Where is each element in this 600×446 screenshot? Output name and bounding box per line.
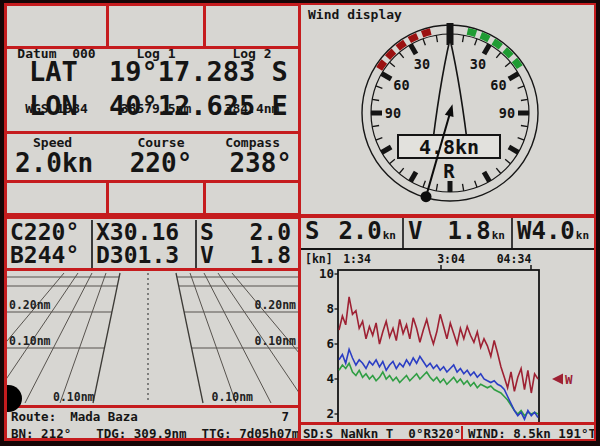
x-tick-label: 1:34 — [343, 252, 371, 266]
wind-speed-value: 4.8kn — [419, 135, 479, 159]
trend-header-row: S 2.0kn V 1.8kn W 4.0kn — [301, 218, 594, 250]
speed-cell: Speed 2.0kn — [7, 134, 115, 180]
trend-s-cell: S 2.0kn — [301, 218, 402, 248]
trend-footer: SD:S NaNkn T 0°R320° WIND: 8.5kn 191°T — [301, 422, 594, 441]
wind-vane-origin-dot — [421, 191, 432, 202]
x-tick-label: 3:04 — [437, 252, 465, 266]
position-block: LAT 19°17.283 S LON 40°12.625 E — [7, 49, 298, 134]
gps-panel: Datum 000 WGS 1984 Log 1 38579.5nm Log 2… — [4, 3, 301, 216]
range-label-bottom-right: 0.10nm — [211, 390, 253, 404]
compass-cell: Compass 238° — [207, 134, 298, 180]
course-bearing-cell: C220° B244° — [7, 220, 91, 268]
nav-s-row: S 2.0 — [200, 221, 296, 244]
status-cell: Status GPS A — [7, 183, 106, 216]
log2-cell: Log 2 384.4nm — [203, 6, 298, 46]
highway-view: 0.20nm 0.20nm 0.10nm 0.10nm 0.10nm 0.10n… — [7, 271, 298, 405]
gps-header-row: Datum 000 WGS 1984 Log 1 38579.5nm Log 2… — [7, 6, 298, 49]
range-label-mid-right: 0.10nm — [254, 334, 296, 348]
route-row: Route: Mada Baza 7 — [11, 409, 293, 426]
range-label-bottom-left: 0.10nm — [53, 390, 95, 404]
utc-time-cell: UTC time 4:34:33 — [106, 183, 203, 216]
x-tick-label: 04:34 — [497, 252, 532, 266]
time-to-go: TTG: 7d05h07m — [202, 426, 300, 441]
nav-header-row: C220° B244° X30.16 D301.3 S 2.0 V 1.8 — [7, 219, 298, 271]
lon-value: 40°12.625 E — [109, 89, 288, 123]
y-tick-label: 4 — [326, 371, 334, 386]
route-leg-number: 7 — [281, 409, 293, 426]
trend-w-label: W — [517, 219, 531, 244]
longitude-row: LON 40°12.625 E — [7, 89, 298, 123]
course-value: 220° — [115, 150, 207, 176]
route-name: Mada Baza — [70, 409, 138, 426]
y-tick-label: 2 — [326, 406, 334, 421]
trend-s-value: 2.0 — [338, 219, 381, 244]
speed-course-compass-row: Speed 2.0kn Course 220° Compass 238° — [7, 134, 298, 183]
trend-v-cell: V 1.8kn — [402, 218, 511, 248]
wind-readout: WIND: 8.5kn 191°T — [463, 426, 596, 441]
sd-readout: SD:S NaNkn T 0°R320° — [301, 426, 463, 441]
datum-cell: Datum 000 WGS 1984 — [7, 6, 106, 46]
trend-s-label: S — [305, 219, 319, 244]
utc-date-cell: UTC date 10-10-2007 — [203, 183, 298, 216]
y-tick-label: 10 — [319, 266, 334, 281]
compass-value: 238° — [207, 150, 298, 176]
gauge-scale-label: 90 — [499, 105, 515, 121]
trend-chart-area: [kn]1:343:0404:34108642W — [301, 250, 594, 422]
trend-w-cell: W 4.0kn — [511, 218, 595, 248]
nav-s-label: S — [200, 221, 214, 244]
range-label-outer-left: 0.20nm — [9, 298, 51, 312]
trend-w-unit: kn — [576, 229, 589, 242]
current-wind-marker-label: W — [565, 372, 573, 387]
y-tick-label: 8 — [326, 301, 334, 316]
bearing-next: BN: 212° — [11, 426, 71, 441]
trend-s-unit: kn — [383, 229, 396, 242]
nav-dist: D301.3 — [96, 244, 193, 267]
log1-cell: Log 1 38579.5nm — [106, 6, 203, 46]
wind-gauge: 3030606090904.8knR — [301, 5, 594, 214]
route-metrics-row: BN: 212° TDG: 309.9nm TTG: 7d05h07m — [11, 426, 293, 441]
chart-series-S — [339, 363, 538, 416]
trend-chart: [kn]1:343:0404:34108642W — [301, 250, 594, 422]
instrument-screen: Datum 000 WGS 1984 Log 1 38579.5nm Log 2… — [0, 0, 600, 446]
gauge-scale-label: 60 — [490, 77, 506, 93]
nav-highway-panel: C220° B244° X30.16 D301.3 S 2.0 V 1.8 — [4, 216, 301, 441]
trend-w-value: 4.0 — [531, 219, 574, 244]
gauge-scale-label: 30 — [414, 56, 430, 72]
range-label-mid-left: 0.10nm — [9, 334, 51, 348]
nav-s-value: 2.0 — [249, 221, 291, 244]
current-wind-marker-arrow-icon — [552, 374, 563, 385]
nav-bearing: B244° — [10, 244, 89, 267]
trend-v-unit: kn — [492, 229, 505, 242]
gauge-scale-label: 90 — [385, 105, 401, 121]
highway-grid: 0.20nm 0.20nm 0.10nm 0.10nm 0.10nm 0.10n… — [7, 271, 298, 405]
chart-unit-label: [kn] — [305, 252, 333, 266]
trend-v-label: V — [408, 219, 422, 244]
wind-reference-label: R — [443, 160, 455, 182]
nav-v-label: V — [200, 244, 214, 267]
gauge-scale-label: 60 — [393, 77, 409, 93]
sv-cell: S 2.0 V 1.8 — [195, 220, 298, 268]
trend-v-value: 1.8 — [447, 219, 490, 244]
range-label-outer-right: 0.20nm — [254, 298, 296, 312]
status-row: Status GPS A UTC time 4:34:33 UTC date 1… — [7, 183, 298, 216]
latitude-row: LAT 19°17.283 S — [7, 55, 298, 89]
speed-value: 2.0kn — [7, 150, 115, 176]
y-tick-label: 6 — [326, 336, 334, 351]
total-distance-to-go: TDG: 309.9nm — [96, 426, 186, 441]
nav-v-row: V 1.8 — [200, 244, 296, 267]
lat-label: LAT — [29, 55, 109, 89]
xte-dist-cell: X30.16 D301.3 — [91, 220, 195, 268]
route-label: Route: — [11, 409, 56, 426]
nav-course: C220° — [10, 221, 89, 244]
route-footer: Route: Mada Baza 7 BN: 212° TDG: 309.9nm… — [7, 405, 298, 441]
lat-value: 19°17.283 S — [109, 55, 288, 89]
lon-label: LON — [29, 89, 109, 123]
course-cell: Course 220° — [115, 134, 207, 180]
nav-xte: X30.16 — [96, 221, 193, 244]
gauge-scale-label: 30 — [470, 56, 486, 72]
nav-v-value: 1.8 — [249, 244, 291, 267]
trend-panel: S 2.0kn V 1.8kn W 4.0kn [kn]1:343:0404:3… — [301, 216, 596, 441]
wind-panel: Wind display 3030606090904.8knR — [301, 3, 596, 216]
